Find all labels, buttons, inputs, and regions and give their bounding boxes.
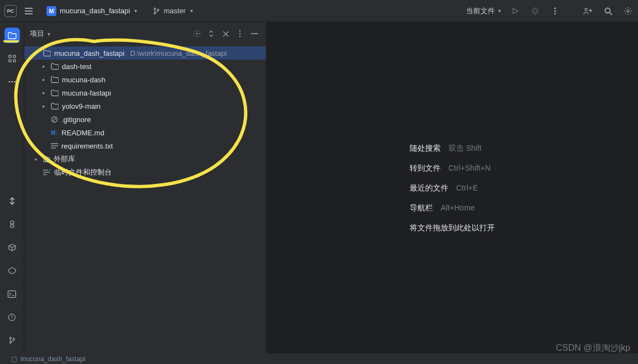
project-tree[interactable]: ▾ mucuna_dash_fastapi D:\work\mucuna_das… (24, 42, 266, 179)
svg-point-8 (605, 8, 610, 13)
main-menu-button[interactable] (21, 3, 36, 19)
tree-root-path: D:\work\mucuna_dash_fastapi (130, 49, 227, 57)
tree-file[interactable]: M↓README.md (24, 126, 266, 139)
app-logo: PC (4, 5, 17, 17)
hide-panel-button[interactable] (248, 28, 260, 40)
svg-point-26 (239, 36, 240, 37)
chevron-right-icon[interactable]: ▸ (40, 90, 48, 96)
svg-rect-10 (9, 55, 11, 57)
branch-icon (153, 7, 160, 15)
svg-point-5 (555, 10, 556, 12)
text-file-icon (51, 143, 58, 149)
python-console-button[interactable] (4, 217, 20, 232)
watermark: CSDN @浪淘沙jkp (556, 342, 630, 354)
svg-point-9 (627, 9, 629, 12)
tree-folder[interactable]: ▸dash-test (24, 60, 266, 73)
run-config-label: 当前文件 (466, 6, 495, 16)
close-panel-button[interactable] (219, 28, 232, 40)
svg-point-1 (154, 12, 156, 14)
svg-rect-12 (9, 60, 11, 62)
chevron-right-icon[interactable]: ▸ (40, 103, 48, 109)
status-breadcrumb[interactable]: mucuna_dash_fastapi (20, 355, 85, 363)
tree-item-label: requirements.txt (61, 142, 113, 150)
tree-scratches[interactable]: 临时文件和控制台 (24, 166, 266, 179)
problems-tool-button[interactable] (4, 309, 20, 325)
folder-icon (51, 103, 59, 109)
svg-rect-11 (13, 55, 15, 57)
tree-folder[interactable]: ▸yolov9-main (24, 99, 266, 113)
run-button[interactable] (510, 6, 521, 17)
svg-point-0 (154, 8, 156, 9)
tree-file[interactable]: requirements.txt (24, 139, 266, 152)
svg-point-24 (239, 30, 240, 31)
svg-point-2 (158, 9, 159, 10)
project-selector[interactable]: M mucuna_dash_fastapi ▾ (42, 4, 142, 18)
folder-icon (51, 89, 59, 96)
svg-point-4 (555, 7, 556, 9)
ignore-file-icon (51, 116, 58, 123)
vcs-tool-button[interactable] (4, 333, 20, 348)
svg-point-7 (585, 8, 587, 10)
svg-point-31 (49, 170, 51, 171)
tree-folder[interactable]: ▸mucuna-fastapi (24, 86, 266, 99)
tree-item-label: .gitignore (61, 115, 91, 124)
chevron-down-icon: ▾ (498, 8, 501, 14)
markdown-file-icon: M↓ (51, 130, 58, 136)
svg-point-21 (13, 338, 14, 340)
chevron-right-icon[interactable]: ▸ (40, 77, 48, 82)
git-tool-button[interactable] (4, 193, 20, 209)
select-opened-file-button[interactable] (191, 28, 203, 40)
services-tool-button[interactable] (4, 263, 20, 278)
project-tool-button[interactable] (4, 28, 20, 43)
search-everywhere-button[interactable] (603, 6, 614, 17)
panel-options-button[interactable] (234, 28, 246, 40)
terminal-tool-button[interactable] (4, 286, 20, 302)
folder-icon (43, 50, 51, 56)
tree-item-label: 临时文件和控制台 (54, 167, 112, 177)
chevron-down-icon: ▾ (134, 8, 137, 14)
svg-rect-17 (8, 291, 16, 297)
svg-point-25 (239, 33, 240, 34)
svg-point-16 (14, 81, 15, 83)
svg-rect-29 (44, 157, 45, 162)
project-tool-window: 项目 ▾ ▾ mucuna_dash_fastapi D:\work\mucun… (24, 22, 266, 354)
debug-button[interactable] (530, 6, 541, 17)
settings-button[interactable] (623, 6, 634, 17)
run-config-selector[interactable]: 当前文件 ▾ (463, 4, 504, 18)
library-icon (43, 156, 50, 163)
tree-external-libs[interactable]: ▸外部库 (24, 152, 266, 166)
tree-root[interactable]: ▾ mucuna_dash_fastapi D:\work\mucuna_das… (24, 46, 266, 60)
tool-window-stripe (0, 22, 24, 354)
tree-item-label: README.md (61, 129, 104, 137)
python-packages-button[interactable] (4, 240, 20, 255)
expand-collapse-button[interactable] (205, 28, 217, 40)
chevron-right-icon[interactable]: ▸ (32, 156, 40, 162)
scratch-icon (43, 169, 51, 176)
folder-icon (51, 76, 59, 83)
chevron-down-icon[interactable]: ▾ (32, 50, 40, 56)
project-name: mucuna_dash_fastapi (60, 7, 130, 15)
tree-item-label: yolov9-main (62, 102, 101, 110)
code-with-me-button[interactable] (583, 6, 594, 17)
tree-file[interactable]: .gitignore (24, 113, 266, 126)
tree-item-label: 外部库 (54, 154, 75, 164)
tree-root-name: mucuna_dash_fastapi (54, 49, 124, 57)
hint-search-everywhere: 随处搜索双击 Shift (410, 138, 495, 158)
vcs-branch-selector[interactable]: master ▾ (149, 4, 196, 17)
hint-goto-file: 转到文件Ctrl+Shift+N (410, 158, 495, 178)
branch-name: master (164, 7, 186, 15)
chevron-right-icon[interactable]: ▸ (40, 64, 48, 69)
project-view-selector[interactable]: 项目 ▾ (30, 29, 50, 39)
module-badge-icon: M (46, 6, 56, 16)
tree-item-label: dash-test (62, 62, 91, 71)
more-actions-button[interactable] (550, 6, 561, 17)
svg-point-20 (9, 341, 11, 343)
svg-point-3 (533, 9, 537, 13)
svg-point-14 (8, 81, 10, 83)
svg-point-6 (555, 13, 556, 14)
hint-nav-bar: 导航栏Alt+Home (410, 198, 495, 218)
tree-folder[interactable]: ▸mucuna-dash (24, 73, 266, 86)
svg-rect-13 (13, 60, 15, 62)
more-tools-button[interactable] (4, 74, 20, 89)
structure-tool-button[interactable] (4, 51, 20, 66)
